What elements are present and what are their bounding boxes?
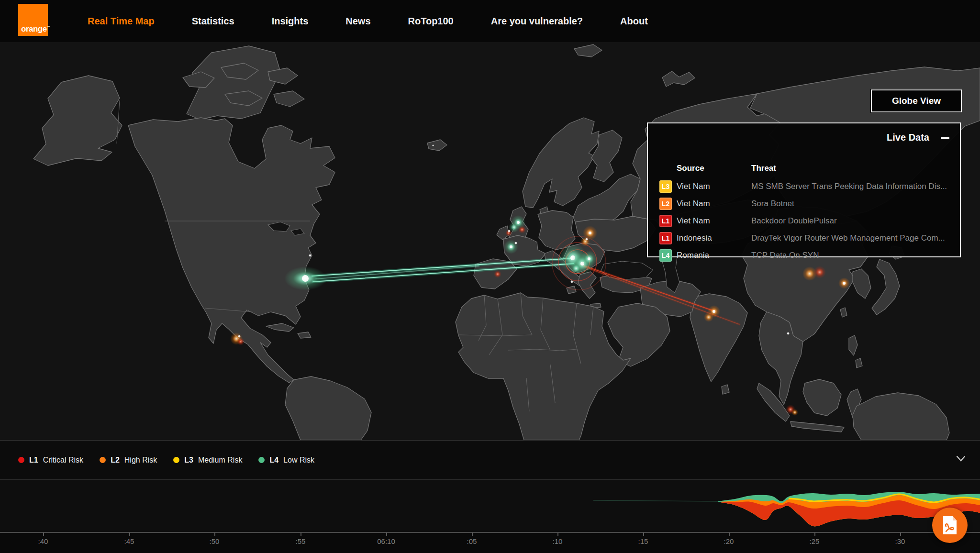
legend-item-l4: L4Low Risk bbox=[258, 456, 314, 465]
nav-item-real-time-map[interactable]: Real Time Map bbox=[88, 16, 155, 27]
risk-level-badge: L1 bbox=[659, 232, 672, 244]
nav-item-news[interactable]: News bbox=[345, 16, 370, 27]
threat-name: DrayTek Vigor Router Web Management Page… bbox=[751, 233, 960, 243]
city-dot bbox=[238, 335, 241, 338]
threat-name: MS SMB Server Trans Peeking Data Informa… bbox=[751, 182, 960, 191]
legend-code: L1 bbox=[29, 456, 38, 465]
nav-item-about[interactable]: About bbox=[620, 16, 648, 27]
axis-tick bbox=[814, 532, 815, 536]
axis-tick-label: :30 bbox=[895, 537, 905, 545]
city-dot bbox=[570, 280, 573, 283]
time-axis: :40:45:50:5506:10:05:10:15:20:25:30 bbox=[0, 532, 980, 553]
live-data-row: L1Viet NamBackdoor DoublePulsar bbox=[648, 212, 960, 230]
axis-tick-label: :10 bbox=[553, 537, 563, 545]
risk-legend-bar: L1Critical RiskL2High RiskL3Medium RiskL… bbox=[0, 440, 980, 480]
city-dot bbox=[787, 332, 790, 335]
risk-dot-icon bbox=[18, 457, 24, 463]
chevron-down-icon[interactable] bbox=[955, 454, 967, 464]
threat-marker-l1 bbox=[518, 226, 526, 233]
legend-label: Critical Risk bbox=[43, 456, 83, 465]
axis-tick-label: :25 bbox=[810, 537, 820, 545]
threat-marker-core bbox=[302, 275, 309, 282]
axis-tick-label: 06:10 bbox=[377, 537, 395, 545]
live-data-row: L2Viet NamSora Botnet bbox=[648, 195, 960, 212]
threat-source: Viet Nam bbox=[677, 216, 751, 226]
live-data-row: L4RomaniaTCP Data On SYN bbox=[648, 247, 960, 264]
axis-tick-label: :40 bbox=[38, 537, 48, 545]
axis-tick bbox=[129, 532, 130, 536]
threat-name: Backdoor DoublePulsar bbox=[751, 216, 960, 226]
threat-marker-core bbox=[589, 232, 591, 234]
threat-marker-core bbox=[588, 257, 590, 260]
legend-item-l1: L1Critical Risk bbox=[18, 456, 83, 465]
orange-logo-text: orange™ bbox=[21, 24, 50, 34]
axis-tick bbox=[43, 532, 44, 536]
legend-item-l2: L2High Risk bbox=[100, 456, 157, 465]
legend-code: L2 bbox=[111, 456, 120, 465]
live-data-panel: Live Data Source Threat L3Viet NamMS SMB… bbox=[647, 122, 961, 257]
legend-item-l3: L3Medium Risk bbox=[173, 456, 242, 465]
axis-tick bbox=[386, 532, 387, 536]
axis-tick bbox=[729, 532, 730, 536]
legend-code: L3 bbox=[184, 456, 193, 465]
risk-level-badge: L1 bbox=[659, 215, 672, 227]
threat-marker-l1 bbox=[494, 270, 501, 278]
threat-marker-core bbox=[713, 310, 715, 313]
threat-marker-l4 bbox=[570, 262, 582, 275]
axis-tick-label: :20 bbox=[724, 537, 734, 545]
landmass bbox=[298, 332, 311, 338]
orange-logo[interactable]: orange™ bbox=[18, 4, 48, 36]
legend-label: Low Risk bbox=[283, 456, 314, 465]
axis-tick-label: :50 bbox=[210, 537, 220, 545]
city-dot bbox=[508, 230, 511, 232]
risk-level-badge: L2 bbox=[659, 198, 672, 210]
risk-dot-icon bbox=[173, 457, 179, 463]
nav-item-statistics[interactable]: Statistics bbox=[192, 16, 234, 27]
threat-column-header: Threat bbox=[751, 164, 960, 173]
live-data-title: Live Data bbox=[887, 132, 929, 143]
axis-tick-label: :15 bbox=[638, 537, 648, 545]
threat-marker-l2 bbox=[704, 312, 713, 322]
risk-dot-icon bbox=[100, 457, 106, 463]
legend-label: High Risk bbox=[124, 456, 157, 465]
city-dot bbox=[432, 144, 434, 146]
city-dot bbox=[514, 242, 517, 244]
risk-level-badge: L4 bbox=[659, 249, 672, 262]
axis-tick bbox=[557, 532, 558, 536]
source-column-header: Source bbox=[677, 164, 751, 173]
live-data-row: L3Viet NamMS SMB Server Trans Peeking Da… bbox=[648, 178, 960, 195]
legend-code: L4 bbox=[269, 456, 278, 465]
globe-view-button[interactable]: Globe View bbox=[871, 89, 962, 112]
pdf-icon bbox=[942, 515, 958, 535]
threat-marker-l1 bbox=[813, 266, 826, 278]
threat-source: Indonesia bbox=[677, 233, 751, 243]
threat-source: Romania bbox=[677, 251, 751, 260]
main-nav: Real Time MapStatisticsInsightsNewsRoTop… bbox=[88, 0, 648, 42]
nav-item-insights[interactable]: Insights bbox=[272, 16, 309, 27]
legend-label: Medium Risk bbox=[198, 456, 242, 465]
threat-marker-core bbox=[843, 282, 846, 285]
city-dot bbox=[585, 238, 588, 241]
world-threat-map[interactable]: Globe View Live Data Source Threat L3Vie… bbox=[0, 42, 980, 440]
risk-level-badge: L3 bbox=[659, 180, 672, 193]
threat-source: Viet Nam bbox=[677, 182, 751, 191]
attack-timeline-strip[interactable] bbox=[0, 480, 980, 532]
live-data-header: Source Threat bbox=[648, 164, 960, 173]
minus-icon[interactable] bbox=[941, 134, 949, 142]
axis-tick-label: :05 bbox=[467, 537, 477, 545]
threat-name: TCP Data On SYN bbox=[751, 251, 960, 260]
nav-item-are-you-vulnerable-[interactable]: Are you vulnerable? bbox=[491, 16, 583, 27]
pdf-export-button[interactable] bbox=[932, 508, 968, 543]
stream-baseline bbox=[593, 500, 718, 501]
globe-view-label: Globe View bbox=[892, 96, 941, 106]
nav-item-rotop100[interactable]: RoTop100 bbox=[408, 16, 454, 27]
live-data-row: L1IndonesiaDrayTek Vigor Router Web Mana… bbox=[648, 230, 960, 247]
threat-marker-l1 bbox=[237, 338, 245, 345]
axis-tick bbox=[643, 532, 644, 536]
axis-tick bbox=[301, 532, 301, 536]
threat-marker-l2 bbox=[791, 409, 798, 416]
risk-dot-icon bbox=[258, 457, 265, 463]
threat-marker-l2 bbox=[580, 237, 590, 246]
axis-tick-label: :45 bbox=[124, 537, 134, 545]
threat-source: Viet Nam bbox=[677, 199, 751, 209]
